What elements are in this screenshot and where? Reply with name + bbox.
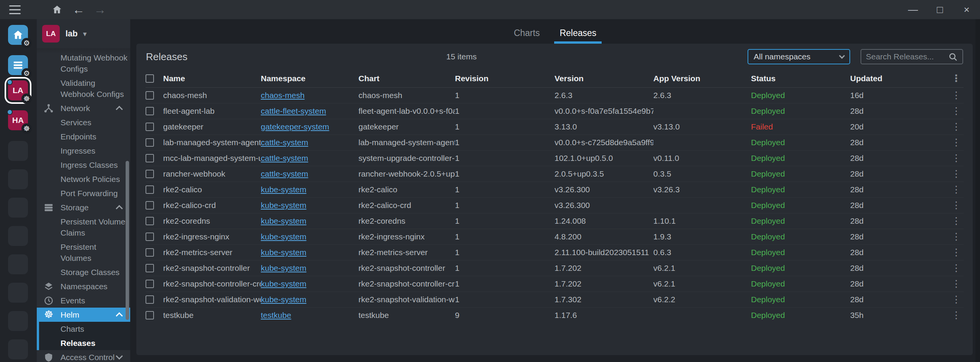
row-checkbox[interactable] — [146, 185, 154, 194]
row-actions-menu[interactable]: ⋮ — [949, 150, 964, 166]
namespace-link[interactable]: kube-system — [261, 248, 306, 257]
row-checkbox[interactable] — [146, 154, 154, 162]
apps-list-app-button[interactable]: ⚙ — [8, 55, 28, 75]
row-checkbox[interactable] — [146, 264, 154, 272]
table-row[interactable]: rke2-snapshot-validation-webhokube-syste… — [146, 292, 964, 307]
menu-icon[interactable] — [9, 5, 21, 14]
row-checkbox[interactable] — [146, 248, 154, 257]
row-checkbox[interactable] — [146, 233, 154, 241]
column-header-name[interactable]: Name — [163, 70, 261, 87]
row-actions-menu[interactable]: ⋮ — [949, 260, 964, 276]
column-header-updated[interactable]: Updated — [850, 70, 949, 87]
table-row[interactable]: mcc-lab-managed-system-upgracattle-syste… — [146, 150, 964, 166]
table-row[interactable]: testkubetestkubetestkube91.17.6Deployed3… — [146, 307, 964, 323]
table-actions-menu[interactable]: ⋮ — [949, 70, 964, 87]
window-scrollbar[interactable] — [975, 19, 980, 362]
namespace-link[interactable]: kube-system — [261, 232, 306, 241]
column-header-version[interactable]: Version — [555, 70, 653, 87]
sidebar-item-access-control[interactable]: Access Control — [37, 350, 130, 362]
namespace-link[interactable]: gatekeeper-system — [261, 122, 329, 131]
namespace-link[interactable]: testkube — [261, 311, 291, 319]
tab-releases[interactable]: Releases — [555, 23, 601, 44]
row-actions-menu[interactable]: ⋮ — [949, 307, 964, 323]
row-checkbox[interactable] — [146, 295, 154, 304]
search-input[interactable] — [866, 52, 948, 61]
sidebar-item-namespaces[interactable]: Namespaces — [37, 279, 130, 293]
row-actions-menu[interactable]: ⋮ — [949, 87, 964, 103]
table-row[interactable]: rke2-ingress-nginxkube-systemrke2-ingres… — [146, 229, 964, 244]
sidebar-item-events[interactable]: Events — [37, 293, 130, 308]
sidebar-item-ingress-classes[interactable]: Ingress Classes — [37, 158, 130, 172]
sidebar-item-network[interactable]: Network — [37, 101, 130, 115]
row-actions-menu[interactable]: ⋮ — [949, 276, 964, 292]
namespace-link[interactable]: kube-system — [261, 185, 306, 194]
namespace-link[interactable]: kube-system — [261, 264, 306, 272]
table-row[interactable]: rke2-snapshot-controllerkube-systemrke2-… — [146, 260, 964, 276]
column-header-app-version[interactable]: App Version — [653, 70, 751, 87]
sidebar-item-charts[interactable]: Charts — [39, 322, 130, 336]
row-checkbox[interactable] — [146, 201, 154, 210]
cluster-ha-button[interactable]: HA☸ — [8, 110, 28, 130]
row-actions-menu[interactable]: ⋮ — [949, 197, 964, 213]
namespace-link[interactable]: cattle-system — [261, 138, 308, 147]
close-button[interactable]: × — [961, 5, 972, 15]
row-checkbox[interactable] — [146, 123, 154, 131]
namespace-filter-dropdown[interactable]: All namespaces — [748, 49, 850, 64]
row-actions-menu[interactable]: ⋮ — [949, 103, 964, 119]
table-row[interactable]: rke2-metrics-serverkube-systemrke2-metri… — [146, 244, 964, 260]
forward-button[interactable]: → — [93, 3, 106, 16]
cluster-la-button[interactable]: LA☸ — [8, 80, 28, 100]
row-checkbox[interactable] — [146, 107, 154, 115]
namespace-link[interactable]: chaos-mesh — [261, 91, 304, 100]
sidebar-item-endpoints[interactable]: Endpoints — [37, 129, 130, 144]
select-all-checkbox[interactable] — [146, 74, 154, 83]
row-checkbox[interactable] — [146, 217, 154, 225]
home-app-button[interactable]: ⚙ — [8, 25, 28, 45]
sidebar-item-mutating-webhook-configs[interactable]: Mutating Webhook Configs — [37, 51, 130, 76]
maximize-button[interactable]: □ — [934, 5, 946, 15]
row-actions-menu[interactable]: ⋮ — [949, 244, 964, 260]
table-row[interactable]: rke2-snapshot-controller-crdkube-systemr… — [146, 276, 964, 292]
row-actions-menu[interactable]: ⋮ — [949, 292, 964, 307]
table-row[interactable]: rancher-webhookcattle-systemrancher-webh… — [146, 166, 964, 182]
row-checkbox[interactable] — [146, 311, 154, 319]
sidebar-item-storage[interactable]: Storage — [37, 200, 130, 215]
sidebar-item-validating-webhook-configs[interactable]: Validating Webhook Configs — [37, 76, 130, 101]
sidebar-item-persistent-volume-claims[interactable]: Persistent Volume Claims — [37, 215, 130, 240]
back-button[interactable]: ← — [72, 3, 85, 16]
minimize-button[interactable]: — — [907, 5, 919, 15]
row-actions-menu[interactable]: ⋮ — [949, 166, 964, 182]
sidebar-item-network-policies[interactable]: Network Policies — [37, 172, 130, 186]
row-actions-menu[interactable]: ⋮ — [949, 182, 964, 197]
home-nav-button[interactable] — [51, 3, 64, 16]
column-header-status[interactable]: Status — [751, 70, 850, 87]
column-header-chart[interactable]: Chart — [358, 70, 455, 87]
namespace-link[interactable]: kube-system — [261, 216, 306, 225]
row-actions-menu[interactable]: ⋮ — [949, 229, 964, 244]
row-checkbox[interactable] — [146, 280, 154, 288]
row-actions-menu[interactable]: ⋮ — [949, 119, 964, 134]
column-header-revision[interactable]: Revision — [455, 70, 555, 87]
namespace-link[interactable]: cattle-system — [261, 154, 308, 162]
tab-charts[interactable]: Charts — [509, 23, 545, 44]
sidebar-item-releases[interactable]: Releases — [39, 336, 130, 350]
column-header-namespace[interactable]: Namespace — [261, 70, 358, 87]
table-row[interactable]: rke2-calico-crdkube-systemrke2-calico-cr… — [146, 197, 964, 213]
namespace-link[interactable]: kube-system — [261, 279, 306, 288]
row-actions-menu[interactable]: ⋮ — [949, 213, 964, 229]
row-actions-menu[interactable]: ⋮ — [949, 134, 964, 150]
row-checkbox[interactable] — [146, 138, 154, 147]
namespace-link[interactable]: cattle-system — [261, 169, 308, 178]
sidebar-item-port-forwarding[interactable]: Port Forwarding — [37, 186, 130, 200]
sidebar-item-helm[interactable]: ☸Helm — [37, 308, 130, 322]
sidebar-item-storage-classes[interactable]: Storage Classes — [37, 265, 130, 279]
row-checkbox[interactable] — [146, 170, 154, 178]
namespace-link[interactable]: cattle-fleet-system — [261, 106, 326, 115]
namespace-link[interactable]: kube-system — [261, 201, 306, 210]
table-row[interactable]: gatekeepergatekeeper-systemgatekeeper13.… — [146, 119, 964, 134]
sidebar-item-ingresses[interactable]: Ingresses — [37, 144, 130, 158]
namespace-link[interactable]: kube-system — [261, 295, 306, 304]
table-row[interactable]: rke2-corednskube-systemrke2-coredns11.24… — [146, 213, 964, 229]
sidebar-item-persistent-volumes[interactable]: Persistent Volumes — [37, 240, 130, 265]
table-row[interactable]: rke2-calicokube-systemrke2-calico1v3.26.… — [146, 182, 964, 197]
